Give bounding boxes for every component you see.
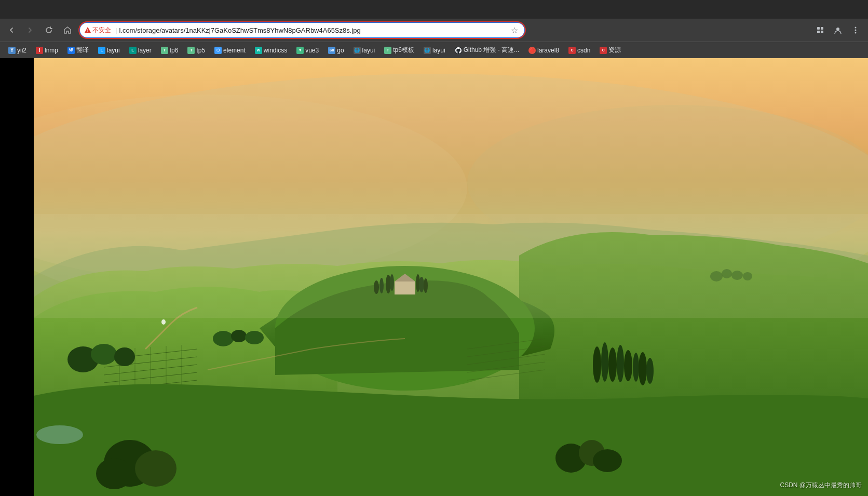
bookmark-label-tp6: tp6 [170,47,179,54]
bookmark-label-lnmp: lnmp [45,47,58,54]
bookmarks-bar: Y yii2 l lnmp 译 翻译 L layui L layer T tp6 [0,42,868,58]
svg-rect-69 [0,58,34,496]
bookmark-tp6[interactable]: T tp6 [157,45,183,56]
svg-point-59 [96,458,132,489]
main-content: CSDN @万猿丛中最秀的帅哥 [0,58,868,496]
svg-point-49 [231,330,247,342]
bookmark-label-windicss: windicss [264,47,287,54]
svg-point-55 [161,319,166,325]
svg-text:!: ! [87,29,88,32]
bookmark-label-layui2: layui [362,47,375,54]
bookmark-fanyi[interactable]: 译 翻译 [63,44,93,56]
bookmark-favicon-tp6mod: T [384,47,391,54]
landscape-image [0,58,868,496]
bookmark-label-github: Github 增强 - 高速... [464,46,519,55]
bookmark-favicon-windicss: W [255,47,262,54]
bookmark-tp6mod[interactable]: T tp6模板 [380,44,418,56]
bookmark-label-csdn: csdn [577,47,590,54]
bookmark-favicon-laravel: 🔴 [528,47,536,54]
bookmark-yii2[interactable]: Y yii2 [4,45,31,56]
bookmark-label-element: element [223,47,246,54]
svg-point-7 [855,30,857,31]
svg-point-40 [617,345,624,382]
bookmark-tp5[interactable]: T tp5 [183,45,209,56]
svg-point-50 [245,331,264,344]
bookmark-favicon-github [455,47,462,54]
profile-button[interactable] [830,22,846,38]
address-bar-container[interactable]: ! 不安全 | l.com/storage/avatars/1naKKzj7Ga… [79,22,525,38]
bookmark-github[interactable]: Github 增强 - 高速... [451,44,523,56]
bookmark-label-fanyi: 翻译 [76,46,89,55]
bookmark-favicon-resources: C [600,47,607,54]
svg-point-6 [855,27,857,29]
url-text[interactable]: l.com/storage/avatars/1naKKzj7GaKoSZhwST… [119,26,509,34]
reload-button[interactable] [42,23,56,37]
bookmark-label-layer: layer [138,47,152,54]
bookmark-favicon-fanyi: 译 [67,47,75,54]
bookmark-label-tp6mod: tp6模板 [393,46,414,55]
svg-point-44 [646,358,654,384]
svg-point-58 [135,450,177,487]
back-button[interactable] [4,23,19,37]
separator: | [115,26,117,34]
bookmark-layui-blue[interactable]: L layui [94,45,124,56]
bookmark-label-resources: 资源 [608,46,621,55]
bookmark-laravel[interactable]: 🔴 laravel8 [524,45,563,56]
svg-rect-4 [821,31,823,33]
svg-rect-68 [34,214,868,318]
svg-point-37 [593,346,601,383]
bookmark-label-vue3: vue3 [305,47,319,54]
bookmark-favicon-layer: L [129,47,137,54]
bookmark-favicon-yii2: Y [8,47,16,54]
watermark-text: CSDN @万猿丛中最秀的帅哥 [780,481,862,489]
bookmark-favicon-tp6: T [161,47,168,54]
security-label: 不安全 [92,26,111,35]
bookmark-star-button[interactable]: ☆ [509,24,520,36]
svg-point-41 [624,350,632,381]
bookmark-resources[interactable]: C 资源 [595,44,625,56]
address-bar-row: ! 不安全 | l.com/storage/avatars/1naKKzj7Ga… [0,19,868,42]
address-bar-wrapper[interactable]: ! 不安全 | l.com/storage/avatars/1naKKzj7Ga… [79,22,525,38]
svg-point-56 [36,425,83,444]
bookmark-go[interactable]: 60 go [324,45,348,56]
svg-point-38 [601,342,608,382]
svg-point-48 [213,331,234,346]
bookmark-layui2[interactable]: 🌐 layui [349,45,379,56]
bookmark-csdn[interactable]: C csdn [564,45,594,56]
svg-point-8 [855,32,857,34]
menu-button[interactable] [847,22,864,38]
bookmark-windicss[interactable]: W windicss [251,45,291,56]
bookmark-label-tp5: tp5 [196,47,205,54]
svg-point-62 [593,449,622,472]
bookmark-favicon-csdn: C [568,47,576,54]
bookmark-favicon-element: ⬡ [214,47,222,54]
tab-bar [0,0,868,19]
extensions-button[interactable] [812,22,829,38]
bookmark-label-go: go [337,47,344,54]
bookmark-favicon-tp5: T [187,47,195,54]
security-indicator: ! 不安全 [84,26,111,35]
bookmark-favicon-layui2: 🌐 [354,47,361,54]
toolbar-right [812,22,864,38]
bookmark-favicon-layui3: 🌐 [424,47,431,54]
svg-rect-1 [817,27,820,30]
svg-point-5 [836,28,839,31]
svg-point-47 [114,347,135,366]
bookmark-lnmp[interactable]: l lnmp [32,45,62,56]
forward-button[interactable] [23,23,37,37]
bookmark-label-layui-blue: layui [107,47,120,54]
bookmark-label-laravel: laravel8 [537,47,559,54]
bookmark-favicon-lnmp: l [36,47,43,54]
bookmark-label-layui3: layui [432,47,445,54]
bookmark-vue3[interactable]: ▼ vue3 [292,45,323,56]
home-button[interactable] [60,23,75,37]
bookmark-favicon-vue3: ▼ [296,47,304,54]
svg-point-39 [608,347,617,382]
bookmark-layer[interactable]: L layer [125,45,156,56]
svg-point-42 [633,353,639,382]
bookmark-element[interactable]: ⬡ element [210,45,250,56]
bookmark-favicon-layui-blue: L [98,47,105,54]
svg-point-46 [91,344,117,365]
svg-rect-3 [817,31,820,33]
bookmark-layui3[interactable]: 🌐 layui [419,45,450,56]
